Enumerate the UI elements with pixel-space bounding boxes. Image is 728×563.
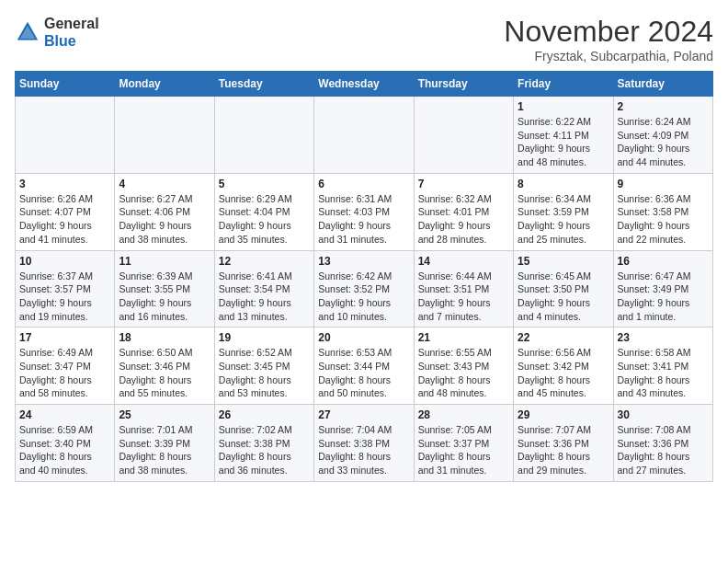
day-info: Sunrise: 6:58 AM Sunset: 3:41 PM Dayligh… — [618, 346, 709, 400]
day-number: 25 — [119, 408, 210, 421]
calendar-table: SundayMondayTuesdayWednesdayThursdayFrid… — [15, 71, 713, 482]
calendar-cell: 13Sunrise: 6:42 AM Sunset: 3:52 PM Dayli… — [314, 250, 414, 327]
calendar-cell: 17Sunrise: 6:49 AM Sunset: 3:47 PM Dayli… — [16, 327, 115, 405]
day-info: Sunrise: 6:56 AM Sunset: 3:42 PM Dayligh… — [518, 346, 609, 400]
calendar-cell: 30Sunrise: 7:08 AM Sunset: 3:36 PM Dayli… — [613, 405, 712, 482]
day-number: 27 — [318, 408, 409, 421]
calendar-cell: 9Sunrise: 6:36 AM Sunset: 3:58 PM Daylig… — [613, 173, 712, 250]
day-info: Sunrise: 6:53 AM Sunset: 3:44 PM Dayligh… — [318, 346, 409, 400]
calendar-cell — [214, 97, 313, 174]
day-number: 19 — [219, 331, 310, 344]
day-info: Sunrise: 7:08 AM Sunset: 3:36 PM Dayligh… — [618, 423, 709, 477]
calendar-cell: 10Sunrise: 6:37 AM Sunset: 3:57 PM Dayli… — [16, 250, 115, 327]
calendar-cell: 8Sunrise: 6:34 AM Sunset: 3:59 PM Daylig… — [514, 173, 613, 250]
day-number: 20 — [318, 331, 409, 344]
calendar-week-row: 3Sunrise: 6:26 AM Sunset: 4:07 PM Daylig… — [16, 173, 713, 250]
day-number: 3 — [19, 178, 110, 190]
calendar-cell: 3Sunrise: 6:26 AM Sunset: 4:07 PM Daylig… — [16, 173, 115, 250]
day-number: 17 — [19, 331, 110, 344]
calendar-cell: 6Sunrise: 6:31 AM Sunset: 4:03 PM Daylig… — [314, 173, 414, 250]
day-number: 23 — [618, 331, 709, 344]
weekday-header: Wednesday — [314, 72, 414, 97]
day-number: 7 — [418, 178, 509, 190]
calendar-cell: 29Sunrise: 7:07 AM Sunset: 3:36 PM Dayli… — [514, 405, 613, 482]
day-info: Sunrise: 6:29 AM Sunset: 4:04 PM Dayligh… — [219, 192, 310, 247]
calendar-cell: 18Sunrise: 6:50 AM Sunset: 3:46 PM Dayli… — [115, 327, 214, 405]
day-info: Sunrise: 6:49 AM Sunset: 3:47 PM Dayligh… — [19, 346, 110, 400]
calendar-cell: 5Sunrise: 6:29 AM Sunset: 4:04 PM Daylig… — [214, 173, 313, 250]
day-info: Sunrise: 6:45 AM Sunset: 3:50 PM Dayligh… — [518, 270, 609, 324]
day-info: Sunrise: 6:27 AM Sunset: 4:06 PM Dayligh… — [119, 192, 210, 247]
day-number: 21 — [418, 331, 509, 344]
calendar-cell: 11Sunrise: 6:39 AM Sunset: 3:55 PM Dayli… — [115, 250, 214, 327]
calendar-cell: 16Sunrise: 6:47 AM Sunset: 3:49 PM Dayli… — [613, 250, 712, 327]
calendar-cell: 21Sunrise: 6:55 AM Sunset: 3:43 PM Dayli… — [414, 327, 513, 405]
calendar-cell: 22Sunrise: 6:56 AM Sunset: 3:42 PM Dayli… — [514, 327, 613, 405]
day-info: Sunrise: 6:42 AM Sunset: 3:52 PM Dayligh… — [318, 270, 409, 324]
day-info: Sunrise: 6:50 AM Sunset: 3:46 PM Dayligh… — [119, 346, 210, 400]
calendar-cell: 4Sunrise: 6:27 AM Sunset: 4:06 PM Daylig… — [115, 173, 214, 250]
logo: General Blue — [15, 15, 99, 50]
calendar-cell: 12Sunrise: 6:41 AM Sunset: 3:54 PM Dayli… — [214, 250, 313, 327]
day-info: Sunrise: 7:04 AM Sunset: 3:38 PM Dayligh… — [318, 423, 409, 477]
weekday-header: Saturday — [613, 72, 712, 97]
day-number: 10 — [19, 255, 110, 268]
day-number: 1 — [518, 100, 609, 113]
calendar-cell — [414, 97, 513, 174]
calendar-cell: 28Sunrise: 7:05 AM Sunset: 3:37 PM Dayli… — [414, 405, 513, 482]
day-info: Sunrise: 6:24 AM Sunset: 4:09 PM Dayligh… — [618, 115, 709, 169]
calendar-cell — [16, 97, 115, 174]
day-info: Sunrise: 6:22 AM Sunset: 4:11 PM Dayligh… — [518, 115, 609, 169]
calendar-cell: 26Sunrise: 7:02 AM Sunset: 3:38 PM Dayli… — [214, 405, 313, 482]
day-info: Sunrise: 6:36 AM Sunset: 3:58 PM Dayligh… — [618, 192, 709, 247]
month-title: November 2024 — [504, 15, 713, 49]
weekday-header: Monday — [115, 72, 214, 97]
weekday-header: Thursday — [414, 72, 513, 97]
title-block: November 2024 Frysztak, Subcarpathia, Po… — [504, 15, 713, 63]
day-number: 15 — [518, 255, 609, 268]
day-number: 5 — [219, 178, 310, 190]
logo-general: General — [44, 16, 99, 31]
day-number: 30 — [618, 408, 709, 421]
day-info: Sunrise: 6:41 AM Sunset: 3:54 PM Dayligh… — [219, 270, 310, 324]
calendar-cell: 15Sunrise: 6:45 AM Sunset: 3:50 PM Dayli… — [514, 250, 613, 327]
day-number: 24 — [19, 408, 110, 421]
day-number: 14 — [418, 255, 509, 268]
calendar-week-row: 1Sunrise: 6:22 AM Sunset: 4:11 PM Daylig… — [16, 97, 713, 174]
day-number: 8 — [518, 178, 609, 190]
day-number: 12 — [219, 255, 310, 268]
day-number: 6 — [318, 178, 409, 190]
calendar-cell: 7Sunrise: 6:32 AM Sunset: 4:01 PM Daylig… — [414, 173, 513, 250]
day-number: 18 — [119, 331, 210, 344]
calendar-cell: 20Sunrise: 6:53 AM Sunset: 3:44 PM Dayli… — [314, 327, 414, 405]
day-number: 29 — [518, 408, 609, 421]
day-info: Sunrise: 6:32 AM Sunset: 4:01 PM Dayligh… — [418, 192, 509, 247]
calendar-cell — [314, 97, 414, 174]
day-number: 2 — [618, 100, 709, 113]
day-number: 22 — [518, 331, 609, 344]
weekday-header-row: SundayMondayTuesdayWednesdayThursdayFrid… — [16, 72, 713, 97]
calendar-week-row: 17Sunrise: 6:49 AM Sunset: 3:47 PM Dayli… — [16, 327, 713, 405]
day-info: Sunrise: 6:47 AM Sunset: 3:49 PM Dayligh… — [618, 270, 709, 324]
calendar-cell: 2Sunrise: 6:24 AM Sunset: 4:09 PM Daylig… — [613, 97, 712, 174]
day-info: Sunrise: 6:31 AM Sunset: 4:03 PM Dayligh… — [318, 192, 409, 247]
day-info: Sunrise: 6:52 AM Sunset: 3:45 PM Dayligh… — [219, 346, 310, 400]
day-info: Sunrise: 6:44 AM Sunset: 3:51 PM Dayligh… — [418, 270, 509, 324]
day-info: Sunrise: 6:55 AM Sunset: 3:43 PM Dayligh… — [418, 346, 509, 400]
day-info: Sunrise: 7:05 AM Sunset: 3:37 PM Dayligh… — [418, 423, 509, 477]
day-number: 28 — [418, 408, 509, 421]
day-number: 13 — [318, 255, 409, 268]
calendar-cell — [115, 97, 214, 174]
calendar-cell: 24Sunrise: 6:59 AM Sunset: 3:40 PM Dayli… — [16, 405, 115, 482]
day-info: Sunrise: 6:34 AM Sunset: 3:59 PM Dayligh… — [518, 192, 609, 247]
calendar-cell: 23Sunrise: 6:58 AM Sunset: 3:41 PM Dayli… — [613, 327, 712, 405]
calendar-cell: 25Sunrise: 7:01 AM Sunset: 3:39 PM Dayli… — [115, 405, 214, 482]
day-number: 26 — [219, 408, 310, 421]
logo-icon — [15, 19, 40, 45]
location-subtitle: Frysztak, Subcarpathia, Poland — [504, 49, 713, 63]
weekday-header: Friday — [514, 72, 613, 97]
calendar-cell: 1Sunrise: 6:22 AM Sunset: 4:11 PM Daylig… — [514, 97, 613, 174]
calendar-cell: 19Sunrise: 6:52 AM Sunset: 3:45 PM Dayli… — [214, 327, 313, 405]
day-info: Sunrise: 7:01 AM Sunset: 3:39 PM Dayligh… — [119, 423, 210, 477]
day-number: 4 — [119, 178, 210, 190]
